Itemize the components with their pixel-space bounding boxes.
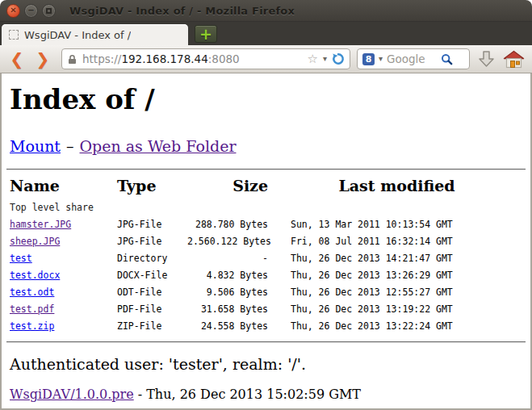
footer-version: WsgiDAV/1.0.0.pre- Thu, 26 Dec 2013 15:0…	[10, 387, 522, 402]
table-row: test.pdf PDF-File 31.658 Bytes Thu, 26 D…	[10, 301, 526, 318]
generated-timestamp: - Thu, 26 Dec 2013 15:02:59 GMT	[138, 387, 361, 402]
file-type: DOCX-File	[117, 267, 187, 284]
tab-wsgidav[interactable]: WsgiDAV - Index of /	[2, 24, 188, 45]
table-header-row: Name Type Size Last modified	[10, 175, 526, 199]
lock-icon	[67, 54, 77, 65]
share-label-row: Top level share	[10, 199, 526, 216]
chevron-down-icon: ▾	[379, 54, 383, 63]
divider-bottom	[6, 341, 526, 343]
back-button[interactable]: ❮	[6, 51, 27, 67]
forward-button[interactable]: ❯	[32, 51, 53, 67]
home-icon	[503, 50, 525, 69]
close-icon: ✕	[10, 6, 16, 15]
page-title: Index of /	[10, 85, 522, 115]
file-modified: Fri, 08 Jul 2011 16:32:14 GMT	[268, 233, 526, 250]
reload-button[interactable]	[332, 52, 345, 65]
search-box[interactable]: 8 ▾	[357, 48, 470, 69]
file-size: 4.832 Bytes	[187, 267, 268, 284]
url-dropdown-button[interactable]: ▾	[323, 55, 327, 63]
default-favicon-icon	[9, 30, 19, 40]
file-type: ZIP-File	[117, 318, 187, 335]
bookmark-star-button[interactable]: ☆	[308, 53, 318, 65]
table-row: test.odt ODT-File 9.506 Bytes Thu, 26 De…	[10, 284, 526, 301]
file-size: 24.558 Bytes	[187, 318, 268, 335]
tab-label: WsgiDAV - Index of /	[24, 29, 131, 41]
file-size: 9.506 Bytes	[187, 284, 268, 301]
file-type: Directory	[117, 250, 187, 267]
open-webfolder-link[interactable]: Open as Web Folder	[80, 137, 237, 155]
star-icon: ☆	[308, 52, 318, 66]
file-link[interactable]: test	[10, 253, 32, 264]
header-modified: Last modified	[268, 175, 526, 199]
url-host: 192.168.178.44	[121, 52, 207, 65]
search-go-button[interactable]	[441, 53, 453, 65]
page-nav-links: Mount–Open as Web Folder	[10, 137, 522, 155]
plus-icon: +	[199, 27, 212, 42]
file-link[interactable]: test.zip	[10, 320, 54, 332]
file-type: JPG-File	[117, 233, 187, 250]
downloads-button[interactable]	[477, 49, 496, 69]
file-size: 288.780 Bytes	[187, 216, 268, 233]
search-input[interactable]	[387, 52, 437, 65]
url-text: https://192.168.178.44:8080	[82, 52, 240, 65]
maximize-icon	[46, 8, 52, 14]
home-button[interactable]	[503, 50, 525, 69]
file-type: ODT-File	[117, 284, 187, 301]
window-minimize-button[interactable]: −	[24, 4, 38, 18]
window-title: WsgiDAV - Index of / - Mozilla Firefox	[69, 5, 295, 17]
url-scheme: https://	[82, 52, 121, 65]
search-engine-dropdown[interactable]: ▾	[379, 55, 383, 63]
download-arrow-icon	[477, 49, 496, 69]
auth-status: Authenticated user: 'tester', realm: '/'…	[10, 355, 522, 373]
file-link[interactable]: test.odt	[10, 287, 54, 298]
table-row: sheep.JPG JPG-File 2.560.122 Bytes Fri, …	[10, 233, 526, 250]
file-modified: Thu, 26 Dec 2013 12:55:27 GMT	[268, 284, 526, 301]
divider-top	[6, 169, 526, 170]
share-label: Top level share	[10, 199, 526, 216]
tab-bar: WsgiDAV - Index of / +	[0, 22, 532, 45]
mount-link[interactable]: Mount	[10, 137, 61, 155]
back-arrow-icon: ❮	[10, 49, 24, 69]
header-type: Type	[117, 175, 187, 199]
file-table: Name Type Size Last modified Top level s…	[10, 175, 526, 335]
wsgidav-version-link[interactable]: WsgiDAV/1.0.0.pre	[10, 387, 134, 402]
url-port: :8080	[208, 52, 240, 65]
file-modified: Thu, 26 Dec 2013 13:19:22 GMT	[268, 301, 526, 318]
url-bar[interactable]: https://192.168.178.44:8080 ☆ ▾	[61, 48, 350, 69]
titlebar: ✕ − WsgiDAV - Index of / - Mozilla Firef…	[0, 0, 532, 22]
table-row: test.docx DOCX-File 4.832 Bytes Thu, 26 …	[10, 267, 526, 284]
table-row: hamster.JPG JPG-File 288.780 Bytes Sun, …	[10, 216, 526, 233]
table-row: test.zip ZIP-File 24.558 Bytes Thu, 26 D…	[10, 318, 526, 335]
file-modified: Thu, 26 Dec 2013 13:22:24 GMT	[268, 318, 526, 335]
file-link[interactable]: test.pdf	[10, 303, 54, 315]
link-separator: –	[66, 137, 74, 155]
forward-arrow-icon: ❯	[36, 49, 50, 69]
file-size: 31.658 Bytes	[187, 301, 268, 318]
file-modified: Sun, 13 Mar 2011 10:13:54 GMT	[268, 216, 526, 233]
file-size: -	[187, 250, 268, 267]
file-link[interactable]: test.docx	[10, 270, 60, 281]
file-table-body: Top level share hamster.JPG JPG-File 288…	[10, 199, 526, 335]
new-tab-button[interactable]: +	[195, 25, 217, 43]
window-close-button[interactable]: ✕	[6, 4, 20, 18]
file-modified: Thu, 26 Dec 2013 14:21:47 GMT	[268, 250, 526, 267]
google-glyph: 8	[366, 54, 372, 65]
file-type: PDF-File	[117, 301, 187, 318]
browser-window: ✕ − WsgiDAV - Index of / - Mozilla Firef…	[0, 0, 532, 410]
file-link[interactable]: hamster.JPG	[10, 219, 71, 230]
window-maximize-button[interactable]	[42, 4, 56, 18]
header-size: Size	[187, 175, 268, 199]
magnifier-icon	[441, 53, 453, 65]
table-row: test Directory - Thu, 26 Dec 2013 14:21:…	[10, 250, 526, 267]
chevron-down-icon: ▾	[323, 54, 327, 63]
reload-icon	[332, 52, 345, 65]
google-engine-icon: 8	[362, 53, 375, 65]
file-link[interactable]: sheep.JPG	[10, 236, 60, 247]
navigation-toolbar: ❮ ❯ https://192.168.178.44:8080 ☆ ▾	[0, 45, 532, 73]
file-type: JPG-File	[117, 216, 187, 233]
header-name: Name	[10, 175, 117, 199]
minimize-icon: −	[27, 6, 34, 15]
file-size: 2.560.122 Bytes	[187, 233, 268, 250]
page-content: Index of / Mount–Open as Web Folder Name…	[0, 73, 532, 410]
file-modified: Thu, 26 Dec 2013 13:26:29 GMT	[268, 267, 526, 284]
